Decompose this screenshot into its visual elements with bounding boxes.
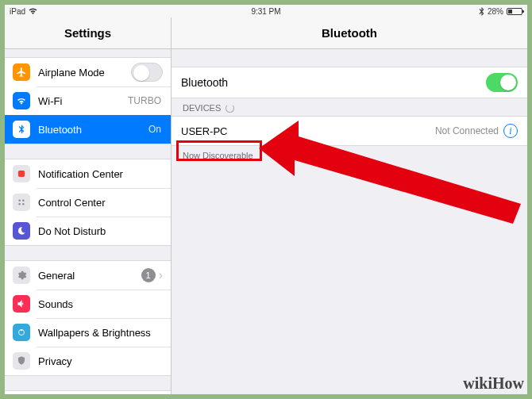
sidebar-item-value: TURBO bbox=[128, 95, 161, 106]
sidebar-item-label: General bbox=[38, 270, 141, 282]
svg-point-4 bbox=[22, 203, 25, 205]
battery-icon bbox=[507, 8, 522, 15]
bluetooth-menu-icon bbox=[13, 121, 30, 138]
device-row[interactable]: USER-PC Not Connected i bbox=[172, 116, 527, 146]
clock: 9:31 PM bbox=[251, 7, 280, 16]
sidebar-item-label: Control Center bbox=[38, 197, 163, 209]
devices-section-label: DEVICES bbox=[172, 98, 527, 116]
gear-icon bbox=[13, 267, 30, 284]
badge: 1 bbox=[141, 268, 156, 282]
info-icon[interactable]: i bbox=[503, 124, 518, 138]
privacy-icon bbox=[13, 352, 30, 370]
sidebar: Settings Airplane Mode Wi-Fi TURBO bbox=[5, 17, 172, 394]
sidebar-item-label: Do Not Disturb bbox=[38, 225, 163, 237]
wallpapers-icon bbox=[13, 324, 30, 341]
chevron-right-icon: › bbox=[159, 269, 163, 282]
sidebar-item-privacy[interactable]: Privacy bbox=[5, 347, 171, 375]
dnd-icon bbox=[13, 222, 30, 240]
sidebar-item-label: Wi-Fi bbox=[38, 95, 128, 107]
sidebar-item-notifications[interactable]: Notification Center bbox=[5, 159, 171, 188]
discoverable-label: Now Discoverable bbox=[172, 146, 527, 165]
svg-point-6 bbox=[21, 329, 22, 331]
sidebar-item-icloud[interactable]: iCloud bbox=[5, 391, 171, 394]
svg-point-2 bbox=[22, 199, 25, 201]
sidebar-item-dnd[interactable]: Do Not Disturb bbox=[5, 217, 171, 245]
device-status: Not Connected bbox=[435, 125, 499, 136]
sidebar-item-general[interactable]: General 1 › bbox=[5, 261, 171, 290]
sounds-icon bbox=[13, 295, 30, 313]
bluetooth-status-icon bbox=[479, 7, 484, 16]
wifi-icon bbox=[29, 8, 37, 15]
spinner-icon bbox=[226, 104, 234, 113]
airplane-icon bbox=[13, 63, 30, 81]
bluetooth-toggle-label: Bluetooth bbox=[181, 76, 486, 89]
battery-pct: 28% bbox=[488, 7, 503, 16]
sidebar-item-value: On bbox=[148, 124, 161, 135]
sidebar-item-label: Notification Center bbox=[38, 168, 163, 180]
sidebar-item-bluetooth[interactable]: Bluetooth On bbox=[5, 115, 171, 144]
sidebar-item-wifi[interactable]: Wi-Fi TURBO bbox=[5, 86, 171, 115]
carrier-label: iPad bbox=[10, 7, 25, 16]
sidebar-item-label: Airplane Mode bbox=[38, 67, 131, 79]
sidebar-title: Settings bbox=[5, 17, 171, 49]
controlcenter-icon bbox=[13, 194, 30, 211]
sidebar-item-label: Privacy bbox=[38, 355, 163, 367]
bluetooth-toggle[interactable] bbox=[486, 73, 518, 92]
svg-point-1 bbox=[18, 199, 21, 201]
sidebar-item-label: Wallpapers & Brightness bbox=[38, 327, 163, 339]
main-title: Bluetooth bbox=[172, 17, 527, 49]
sidebar-item-controlcenter[interactable]: Control Center bbox=[5, 188, 171, 217]
notifications-icon bbox=[13, 165, 30, 182]
airplane-toggle[interactable] bbox=[131, 63, 163, 82]
sidebar-item-wallpapers[interactable]: Wallpapers & Brightness bbox=[5, 318, 171, 347]
sidebar-item-label: Sounds bbox=[38, 298, 163, 310]
app-frame: iPad 9:31 PM 28% Settings Airplane Mode bbox=[5, 5, 527, 394]
main-panel: Bluetooth Bluetooth DEVICES USER-PC Not … bbox=[172, 17, 527, 394]
sidebar-item-label: Bluetooth bbox=[38, 124, 148, 136]
bluetooth-toggle-row[interactable]: Bluetooth bbox=[172, 67, 527, 98]
watermark: wikiHow bbox=[463, 374, 524, 393]
svg-point-3 bbox=[18, 203, 21, 205]
svg-rect-0 bbox=[18, 171, 25, 177]
status-bar: iPad 9:31 PM 28% bbox=[5, 5, 527, 17]
sidebar-item-airplane[interactable]: Airplane Mode bbox=[5, 58, 171, 86]
wifi-menu-icon bbox=[13, 92, 30, 109]
device-name: USER-PC bbox=[181, 125, 435, 137]
sidebar-item-sounds[interactable]: Sounds bbox=[5, 290, 171, 318]
